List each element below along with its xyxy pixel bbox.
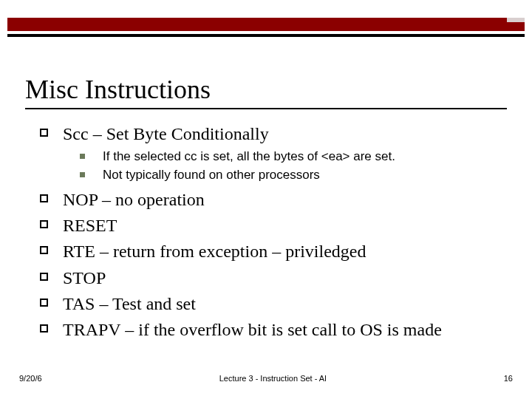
list-item: RTE – return from exception – priviledge… [40, 240, 510, 263]
sub-list: If the selected cc is set, all the bytes… [80, 149, 510, 184]
list-item: NOP – no operation [40, 188, 510, 211]
list-item-text: STOP [63, 267, 106, 290]
square-bullet-icon [40, 194, 48, 202]
footer-date: 9/20/6 [19, 374, 42, 383]
square-bullet-icon [40, 299, 48, 307]
sub-list-item: Not typically found on other processors [80, 167, 510, 184]
list-item-text: NOP – no operation [63, 188, 205, 211]
list-item: STOP [40, 267, 510, 290]
list-item-text: TAS – Test and set [63, 293, 196, 316]
header-accent-bar [7, 18, 525, 31]
square-bullet-icon [40, 220, 48, 228]
list-item: TAS – Test and set [40, 293, 510, 316]
list-item-text: TRAPV – if the overflow bit is set call … [63, 318, 442, 341]
slide-content: Scc – Set Byte Conditionally If the sele… [40, 123, 510, 344]
square-bullet-icon [40, 324, 48, 332]
list-item: Scc – Set Byte Conditionally [40, 123, 510, 146]
list-item-text: RESET [63, 214, 117, 237]
square-bullet-icon [40, 273, 48, 281]
small-square-bullet-icon [80, 154, 85, 159]
square-bullet-icon [40, 129, 48, 137]
title-underline [25, 108, 507, 109]
square-bullet-icon [40, 246, 48, 254]
list-item: RESET [40, 214, 510, 237]
slide-title: Misc Instructions [25, 74, 211, 105]
footer-title: Lecture 3 - Instruction Set - Al [42, 374, 504, 383]
sub-list-item-text: Not typically found on other processors [103, 167, 320, 184]
header-accent-notch [507, 18, 525, 22]
list-item-text: RTE – return from exception – priviledge… [63, 240, 366, 263]
small-square-bullet-icon [80, 172, 85, 177]
sub-list-item-text: If the selected cc is set, all the bytes… [103, 149, 395, 166]
list-item: TRAPV – if the overflow bit is set call … [40, 318, 510, 341]
footer-page-number: 16 [504, 374, 513, 383]
header-underline [7, 34, 525, 37]
sub-list-item: If the selected cc is set, all the bytes… [80, 149, 510, 166]
slide-footer: 9/20/6 Lecture 3 - Instruction Set - Al … [0, 374, 532, 383]
list-item-text: Scc – Set Byte Conditionally [63, 123, 269, 146]
